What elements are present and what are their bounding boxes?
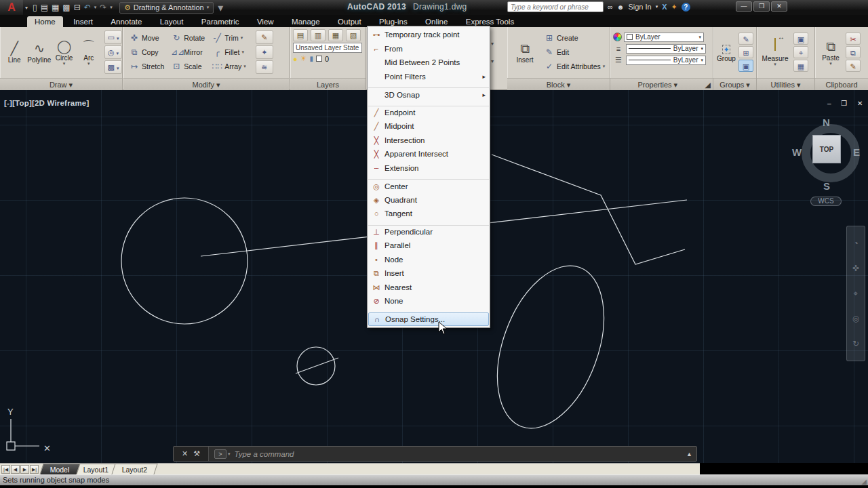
layer-isolate-icon[interactable]: ▦ [328, 29, 343, 41]
drawing-window-controls[interactable]: – ❒ ✕ [827, 100, 867, 107]
command-wrench-icon[interactable]: ⚒ [193, 449, 200, 458]
lineweight-icon[interactable]: ≡ [613, 45, 624, 53]
color-wheel-icon[interactable] [613, 33, 622, 41]
redo-dropdown-icon[interactable]: ▾ [110, 5, 113, 10]
next-tab-icon[interactable]: ▶ [20, 465, 29, 474]
insert-block-tool[interactable]: ⧉Insert [511, 41, 538, 64]
command-recent-icon[interactable]: > [214, 449, 226, 459]
sign-in-dropdown-icon[interactable]: ▾ [656, 4, 658, 9]
command-recent-arrow-icon[interactable]: ▾ [228, 451, 231, 457]
close-button[interactable]: ✕ [771, 1, 787, 12]
last-tab-icon[interactable]: ▶| [30, 465, 39, 474]
layer-lock-icon[interactable]: ▮ [310, 55, 314, 62]
cut-tool[interactable]: ✂ [846, 33, 861, 45]
menu-item[interactable]: ╳ Apparent Intersect ▸ [368, 147, 489, 161]
menu-item[interactable]: ⋈ Nearest ▸ [368, 281, 489, 295]
menu-item[interactable]: Mid Between 2 Points ▸ [368, 56, 489, 70]
wcs-button[interactable]: WCS [810, 197, 842, 206]
circle-tool[interactable]: ◯Circle▾ [52, 39, 75, 66]
viewcube-west[interactable]: W [792, 146, 802, 158]
new-file-icon[interactable]: ▯ [33, 1, 37, 14]
menu-item[interactable]: ◎ Center ▸ [368, 179, 489, 193]
ribbon-tab[interactable]: Layout [153, 16, 191, 28]
ribbon-tab[interactable]: Insert [66, 16, 100, 28]
menu-item[interactable]: ∥ Parallel ▸ [368, 239, 489, 253]
menu-item[interactable]: 3D Osnap ▸ [368, 87, 489, 102]
layer-control[interactable]: ● ☀ ▮ 0 [293, 54, 366, 63]
panel-label-draw[interactable]: Draw ▾ [0, 78, 122, 90]
id-point-tool[interactable]: ▣ [793, 33, 808, 45]
panel-label-utilities[interactable]: Utilities ▾ [757, 78, 814, 90]
group-tool[interactable]: ✦Group [715, 43, 737, 62]
search-input[interactable] [507, 1, 604, 12]
pan-icon[interactable]: ✜ [852, 264, 859, 273]
exchange-apps-icon[interactable]: X [662, 3, 667, 11]
ungroup-tool[interactable]: ⊞ [738, 46, 753, 58]
ribbon-tab[interactable]: View [250, 16, 281, 28]
navigation-bar[interactable]: ◔ ✜ ⌖ ◎ ↻ [846, 226, 865, 361]
quick-calc-tool[interactable]: ▦ [793, 60, 808, 72]
layer-state-dropdown[interactable]: Unsaved Layer State [293, 43, 362, 53]
menu-item[interactable]: ╳ Intersection ▸ [368, 134, 489, 148]
panel-label-block[interactable]: Block ▾ [507, 78, 610, 90]
explode-tool[interactable]: ✦ [256, 45, 273, 59]
command-line[interactable]: ✕ ⚒ > ▾ Type a command ▲ [173, 446, 697, 462]
search-binoculars-icon[interactable]: ∞ [608, 3, 613, 11]
help-icon[interactable]: ? [682, 3, 690, 12]
ribbon-tab[interactable]: Annotate [103, 16, 149, 28]
layer-states-icon[interactable]: ▥ [311, 29, 326, 41]
panel-label-clipboard[interactable]: Clipboard [815, 78, 868, 90]
move-tool[interactable]: ✜Move [129, 31, 164, 45]
tab-model[interactable]: Model [39, 464, 80, 474]
menu-item[interactable]: ╱ Endpoint ▸ [368, 106, 489, 120]
minimize-button[interactable]: — [736, 1, 752, 12]
offset-tool[interactable]: ≋ [256, 60, 273, 74]
panel-expander-icon[interactable]: ◢ [705, 79, 711, 91]
lineweight-dropdown[interactable]: ByLayer▾ [626, 44, 706, 54]
paste-tool[interactable]: ⧉Paste▾ [818, 39, 844, 66]
match-properties-tool[interactable]: ✎ [846, 60, 861, 72]
menu-item[interactable]: ⊶ Temporary track point ▸ [368, 28, 489, 42]
viewport-controls[interactable]: [-][Top][2D Wireframe] [4, 99, 89, 107]
first-tab-icon[interactable]: |◀ [1, 465, 10, 474]
app-menu-button[interactable]: A [0, 0, 23, 15]
panel-label-groups[interactable]: Groups ▾ [713, 78, 756, 90]
viewcube[interactable]: N S W E TOP [780, 115, 868, 210]
ribbon-tab[interactable]: Output [330, 16, 369, 28]
sign-in-link[interactable]: Sign In [628, 3, 651, 11]
qat-customize-icon[interactable]: ▾ [218, 1, 223, 14]
tab-layout2[interactable]: Layout2 [111, 464, 158, 474]
ribbon-tab[interactable]: Manage [284, 16, 328, 28]
erase-tool[interactable]: ✎ [256, 30, 273, 44]
array-tool[interactable]: ∷∷Array▾ [212, 60, 246, 73]
line-tool[interactable]: ╱Line [3, 41, 26, 64]
restore-button[interactable]: ❒ [753, 1, 770, 12]
layer-freeze-icon[interactable]: ▧ [346, 29, 361, 41]
orbit-icon[interactable]: ◎ [852, 314, 859, 323]
ribbon-tab[interactable]: Home [27, 16, 63, 28]
measure-dropdown-icon[interactable]: ▾ [760, 62, 791, 66]
object-color-dropdown[interactable]: ByLayer▾ [624, 33, 704, 42]
app-menu-arrow-icon[interactable]: ▾ [25, 5, 28, 11]
panel-label-properties[interactable]: Properties ▾ ◢ [610, 78, 713, 90]
layer-color-swatch[interactable] [316, 56, 322, 62]
menu-item[interactable]: ⧉ Insert ▸ [368, 266, 489, 281]
redo-icon[interactable]: ↷ [100, 1, 106, 14]
viewcube-north[interactable]: N [823, 117, 830, 128]
undo-icon[interactable]: ↶ [84, 1, 91, 14]
linetype-icon[interactable]: ☰ [613, 56, 624, 64]
paste-dropdown-icon[interactable]: ▾ [818, 62, 844, 66]
layer-properties-icon[interactable]: ▤ [293, 29, 308, 41]
trim-tool[interactable]: -╱Trim▾ [212, 31, 246, 45]
hatch-tool[interactable]: ▩ ▾ [104, 60, 122, 74]
copy-tool[interactable]: ⧉Copy [129, 45, 164, 59]
communication-center-icon[interactable]: ✦ [671, 3, 677, 12]
menu-item[interactable]: ┄ Extension ▸ [368, 161, 489, 176]
layer-on-icon[interactable]: ● [293, 55, 298, 63]
measure-tool[interactable]: Measure▾ [760, 39, 791, 66]
group-edit-tool[interactable]: ✎ [738, 33, 753, 45]
plot-icon[interactable]: ⊟ [74, 1, 81, 14]
linetype-dropdown[interactable]: ByLayer▾ [626, 56, 706, 65]
quick-select-tool[interactable]: ⌖ [793, 46, 808, 58]
command-input[interactable]: Type a command [235, 450, 294, 458]
